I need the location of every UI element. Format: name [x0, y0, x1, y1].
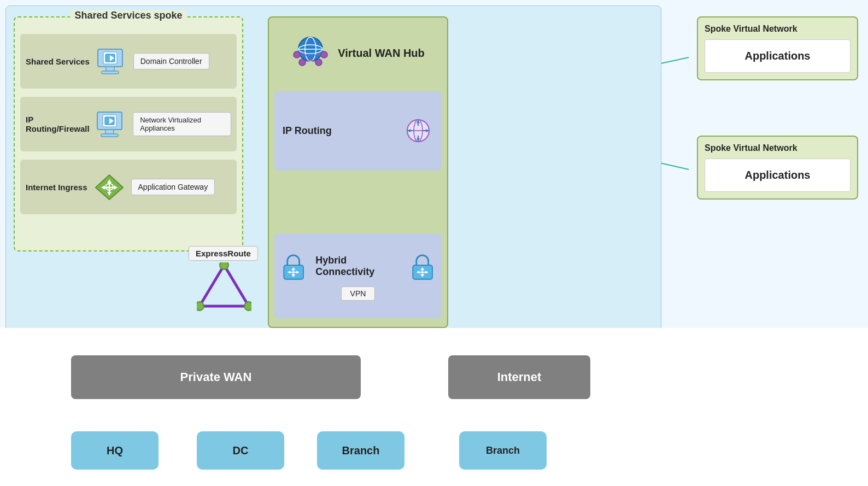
nva-tag: Network Virtualized Appliances: [133, 112, 231, 136]
lock-icon-1: [280, 251, 307, 281]
spoke-vnet-2: Spoke Virtual Network Applications: [697, 136, 858, 200]
hybrid-row: Hybrid Connectivity: [280, 251, 436, 281]
routing-icon: [403, 116, 433, 146]
vwan-hub: Virtual WAN Hub IP Routing: [268, 16, 448, 328]
shared-services-spoke: Shared Services spoke Shared Services Do…: [14, 16, 243, 251]
routing-section: IP Routing: [274, 91, 442, 171]
spoke-title: Shared Services spoke: [70, 10, 186, 21]
service-label-1: Shared Services: [26, 57, 90, 66]
internet-box: Internet: [448, 355, 590, 399]
private-wan-box: Private WAN: [71, 355, 361, 399]
svg-point-70: [244, 302, 251, 311]
service-label-2: IP Routing/Firewall: [26, 115, 89, 133]
internet-branch-label: Branch: [486, 445, 520, 456]
spoke-vnet-app-2: Applications: [705, 159, 851, 192]
svg-point-71: [197, 302, 204, 311]
spoke-vnet-1: Spoke Virtual Network Applications: [697, 16, 858, 80]
expressroute-triangle: [197, 262, 251, 312]
terminal-branch: Branch: [317, 431, 404, 470]
svg-rect-18: [101, 134, 118, 137]
hybrid-label: Hybrid Connectivity: [315, 255, 400, 278]
vwan-hub-header: Virtual WAN Hub: [274, 23, 442, 83]
svg-rect-11: [106, 67, 114, 71]
vwan-hub-title: Virtual WAN Hub: [338, 47, 425, 60]
svg-marker-68: [200, 265, 249, 306]
hq-label: HQ: [107, 444, 123, 457]
domain-controller-tag: Domain Controller: [133, 53, 209, 69]
service-row-2: IP Routing/Firewall Network Virtualized …: [20, 97, 237, 151]
globe-icon: [291, 34, 330, 72]
service-label-3: Internet Ingress: [26, 183, 87, 192]
terminal-internet-branch: Branch: [459, 431, 547, 470]
terminal-hq: HQ: [71, 431, 159, 470]
service-row-3: Internet Ingress ⬡ Application Gateway: [20, 160, 237, 214]
lock-icon-2: [409, 251, 436, 281]
internet-label: Internet: [497, 370, 542, 384]
spoke-vnet-app-1: Applications: [705, 39, 851, 73]
private-wan-label: Private WAN: [180, 370, 252, 384]
spoke-vnet-title-1: Spoke Virtual Network: [705, 24, 851, 34]
terminal-dc: DC: [197, 431, 284, 470]
svg-point-69: [220, 262, 228, 270]
routing-label: IP Routing: [283, 125, 395, 137]
app-gateway-icon: ⬡: [93, 172, 126, 202]
spoke-vnet-title-2: Spoke Virtual Network: [705, 143, 851, 153]
app-gateway-tag: Application Gateway: [131, 179, 215, 195]
computer-icon-1: [95, 46, 128, 77]
computer-icon-2: [95, 109, 127, 139]
vpn-tag: VPN: [341, 286, 376, 301]
service-row-1: Shared Services Domain Controller: [20, 34, 237, 89]
dc-label: DC: [233, 444, 249, 457]
expressroute-label: ExpressRoute: [189, 246, 258, 261]
svg-rect-17: [105, 130, 114, 134]
hybrid-connectivity-section: Hybrid Connectivity VPN: [274, 233, 442, 318]
branch-label: Branch: [342, 444, 380, 457]
svg-rect-12: [102, 71, 119, 74]
